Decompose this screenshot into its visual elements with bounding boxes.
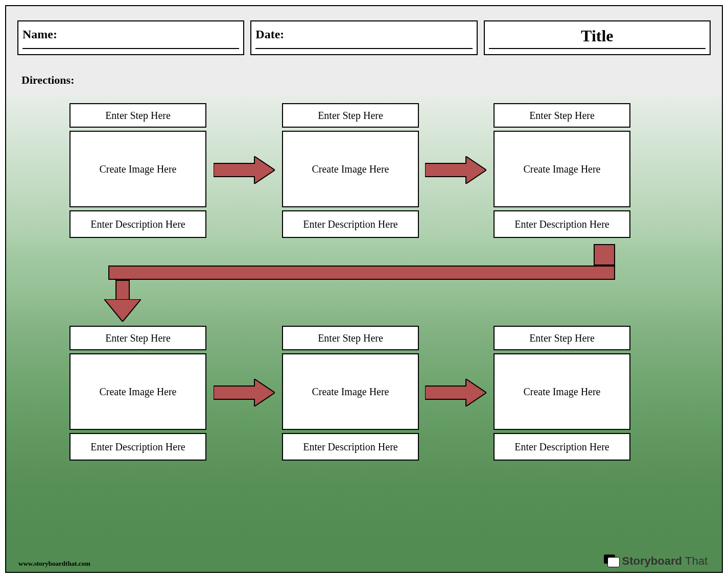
- name-underline: [22, 48, 239, 49]
- step-title[interactable]: Enter Step Here: [494, 103, 630, 128]
- date-underline: [255, 48, 472, 49]
- directions-label: Directions:: [21, 74, 74, 87]
- name-field[interactable]: Name:: [17, 20, 244, 55]
- step-title[interactable]: Enter Step Here: [494, 326, 630, 350]
- step-card-3[interactable]: Enter Step Here Create Image Here Enter …: [494, 103, 630, 242]
- arrow-right-icon: [214, 379, 275, 406]
- footer-url: www.storyboardthat.com: [18, 560, 90, 568]
- step-image-area[interactable]: Create Image Here: [494, 131, 630, 207]
- arrow-right-icon: [425, 379, 486, 406]
- step-description[interactable]: Enter Description Here: [494, 210, 630, 238]
- step-description[interactable]: Enter Description Here: [69, 210, 206, 238]
- step-description[interactable]: Enter Description Here: [494, 433, 630, 461]
- step-image-area[interactable]: Create Image Here: [494, 353, 630, 430]
- step-image-area[interactable]: Create Image Here: [69, 353, 206, 430]
- step-title[interactable]: Enter Step Here: [69, 326, 206, 350]
- svg-marker-0: [214, 156, 275, 184]
- arrow-down-icon: [104, 299, 141, 322]
- step-image-area[interactable]: Create Image Here: [69, 131, 206, 207]
- step-card-5[interactable]: Enter Step Here Create Image Here Enter …: [282, 326, 419, 465]
- speech-bubble-icon: [604, 555, 619, 568]
- step-title[interactable]: Enter Step Here: [282, 103, 419, 128]
- title-field[interactable]: Title: [484, 20, 711, 55]
- arrow-right-icon: [425, 156, 486, 184]
- worksheet-sheet: Name: Date: Title Directions: Enter Step…: [5, 5, 723, 573]
- svg-marker-3: [214, 379, 275, 406]
- svg-marker-4: [425, 379, 486, 406]
- footer-brand: StoryboardThat: [604, 555, 708, 568]
- title-label: Title: [485, 27, 710, 45]
- step-description[interactable]: Enter Description Here: [282, 210, 419, 238]
- name-label: Name:: [22, 28, 57, 41]
- connector-vertical-stem: [115, 280, 130, 300]
- step-description[interactable]: Enter Description Here: [282, 433, 419, 461]
- date-label: Date:: [255, 28, 284, 41]
- step-title[interactable]: Enter Step Here: [69, 103, 206, 128]
- step-card-4[interactable]: Enter Step Here Create Image Here Enter …: [69, 326, 206, 465]
- header-row: Name: Date: Title: [17, 20, 711, 55]
- step-description[interactable]: Enter Description Here: [69, 433, 206, 461]
- connector-horizontal-bar: [108, 266, 615, 280]
- step-card-6[interactable]: Enter Step Here Create Image Here Enter …: [494, 326, 630, 465]
- step-card-1[interactable]: Enter Step Here Create Image Here Enter …: [69, 103, 206, 242]
- arrow-right-icon: [214, 156, 275, 184]
- step-image-area[interactable]: Create Image Here: [282, 353, 419, 430]
- step-title[interactable]: Enter Step Here: [282, 326, 419, 350]
- svg-marker-1: [425, 156, 486, 184]
- connector-start-box: [594, 244, 615, 266]
- svg-marker-2: [104, 299, 141, 322]
- title-underline: [489, 48, 706, 49]
- date-field[interactable]: Date:: [250, 20, 477, 55]
- brand-word-b: That: [685, 555, 708, 568]
- brand-word-a: Storyboard: [622, 555, 682, 568]
- step-card-2[interactable]: Enter Step Here Create Image Here Enter …: [282, 103, 419, 242]
- step-image-area[interactable]: Create Image Here: [282, 131, 419, 207]
